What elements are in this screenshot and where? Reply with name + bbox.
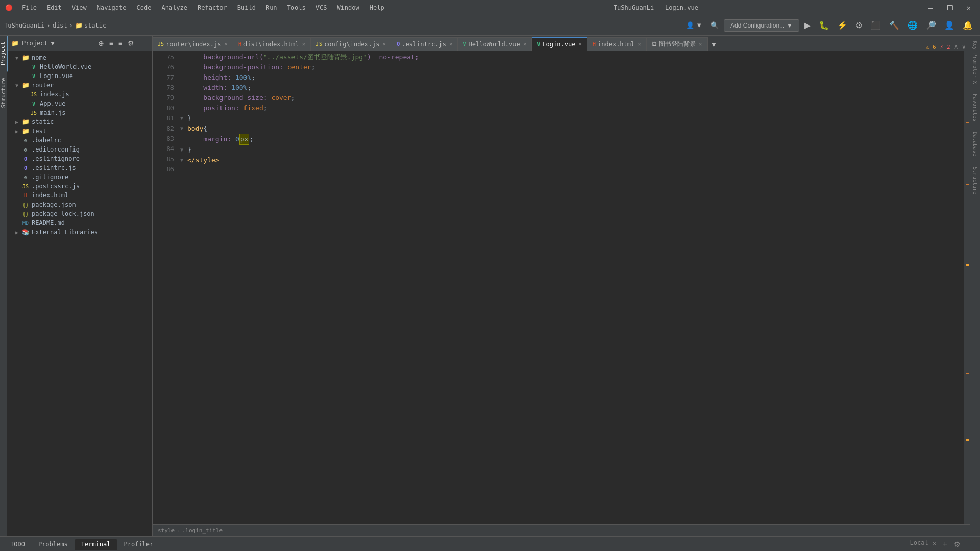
list-item[interactable]: {} package.json xyxy=(7,200,152,209)
menu-view[interactable]: View xyxy=(69,3,90,12)
project-label: Project xyxy=(22,40,48,47)
list-item[interactable]: ⚙ .editorconfig xyxy=(7,145,152,154)
menu-analyze[interactable]: Analyze xyxy=(158,3,190,12)
tab-eslintrc[interactable]: O .eslintrc.js ✕ xyxy=(391,37,458,51)
profile-switcher-button[interactable]: 👤 ▼ xyxy=(683,19,705,31)
list-item[interactable]: JS main.js xyxy=(7,108,152,117)
minimize-button[interactable]: — xyxy=(924,3,937,13)
rs-tab-structure[interactable]: Structure xyxy=(971,162,979,199)
coverage-button[interactable]: ⚡ xyxy=(834,19,850,31)
breadcrumb-style[interactable]: style xyxy=(158,527,175,534)
sidebar-tab-project[interactable]: Project xyxy=(0,36,8,71)
tab-router-index[interactable]: JS router\index.js ✕ xyxy=(153,37,233,51)
breadcrumb-project[interactable]: TuShuGuanLi xyxy=(4,22,44,29)
menu-run[interactable]: Run xyxy=(263,3,280,12)
account-button[interactable]: 👤 xyxy=(941,19,958,31)
tab-close-icon[interactable]: ✕ xyxy=(224,41,228,47)
add-configuration-button[interactable]: Add Configuration... ▼ xyxy=(724,19,799,32)
search-everywhere-button[interactable]: 🔍 xyxy=(707,19,722,31)
maximize-button[interactable]: ⧠ xyxy=(942,3,958,13)
list-item[interactable]: O .eslintrc.js xyxy=(7,163,152,172)
sidebar-tab-structure[interactable]: Structure xyxy=(0,71,8,114)
list-item[interactable]: V App.vue xyxy=(7,99,152,108)
fold-icon[interactable]: ▼ xyxy=(180,123,186,134)
menu-edit[interactable]: Edit xyxy=(44,3,65,12)
tab-close-icon[interactable]: ✕ xyxy=(638,41,641,47)
list-item[interactable]: ⚙ .gitignore xyxy=(7,172,152,182)
tab-profiler[interactable]: Profiler xyxy=(118,539,160,550)
list-item[interactable]: JS .postcssrc.js xyxy=(7,182,152,191)
menu-build[interactable]: Build xyxy=(234,3,259,12)
tab-close-icon[interactable]: ✕ xyxy=(383,41,386,47)
list-item[interactable]: ▶ 📁 test xyxy=(7,127,152,136)
rs-tab-database[interactable]: Database xyxy=(971,127,979,161)
tab-dist-index[interactable]: H dist\index.html ✕ xyxy=(233,37,311,51)
tab-helloworld[interactable]: V HelloWorld.vue ✕ xyxy=(458,37,532,51)
menu-code[interactable]: Code xyxy=(134,3,155,12)
list-item[interactable]: V Login.vue xyxy=(7,71,152,81)
terminal-new-tab-button[interactable]: + xyxy=(940,539,950,549)
list-item[interactable]: ▶ 📁 static xyxy=(7,117,152,127)
terminal-minimize-button[interactable]: — xyxy=(965,539,976,549)
close-panel-button[interactable]: — xyxy=(138,39,148,48)
tab-close-icon[interactable]: ✕ xyxy=(699,41,702,47)
notification-button[interactable]: 🔔 xyxy=(960,19,976,31)
list-item[interactable]: ▼ 📁 nome xyxy=(7,53,152,62)
code-editor[interactable]: background-url("../assets/图书登陆背景.jpg") n… xyxy=(178,51,964,524)
editor-scrollbar[interactable] xyxy=(964,51,970,524)
settings-button[interactable]: ⚙ xyxy=(126,39,136,48)
tab-close-icon[interactable]: ✕ xyxy=(449,41,453,47)
terminal-settings-button[interactable]: ⚙ xyxy=(952,539,963,549)
list-item[interactable]: {} package-lock.json xyxy=(7,209,152,218)
locate-file-button[interactable]: ⊕ xyxy=(96,39,106,48)
tab-todo[interactable]: TODO xyxy=(4,539,31,550)
menu-help[interactable]: Help xyxy=(366,3,387,12)
tab-problems[interactable]: Problems xyxy=(32,539,74,550)
run-button[interactable]: ▶ xyxy=(801,19,814,31)
list-item[interactable]: V HelloWorld.vue xyxy=(7,62,152,71)
tab-close-icon[interactable]: ✕ xyxy=(523,41,527,47)
fold-icon[interactable]: ▼ xyxy=(180,113,186,123)
debug-button[interactable]: 🐛 xyxy=(816,19,832,31)
breadcrumb-dist[interactable]: dist xyxy=(53,22,67,29)
tab-book-bg[interactable]: 🖼 图书登陆背景 ✕ xyxy=(647,37,708,51)
rs-tab-key-promoter[interactable]: Key Promoter X xyxy=(971,36,979,89)
list-item[interactable]: H index.html xyxy=(7,191,152,200)
expand-tabs-icon[interactable]: ∧ xyxy=(954,43,958,51)
tab-login-vue[interactable]: V Login.vue ✕ xyxy=(532,37,587,51)
list-item[interactable]: ⚙ .babelrc xyxy=(7,136,152,145)
list-item[interactable]: MD README.md xyxy=(7,218,152,228)
expand-all-button[interactable]: ≡ xyxy=(117,39,124,48)
fold-icon[interactable]: ▼ xyxy=(180,155,186,165)
close-button[interactable]: ✕ xyxy=(963,3,975,13)
menu-vcs[interactable]: VCS xyxy=(313,3,330,12)
profile-button[interactable]: ⚙ xyxy=(852,19,866,31)
browser-button[interactable]: 🌐 xyxy=(904,19,921,31)
collapse-all-button[interactable]: ≡ xyxy=(108,39,115,48)
fold-icon[interactable]: ▼ xyxy=(180,145,186,155)
search-button[interactable]: 🔎 xyxy=(923,19,939,31)
project-dropdown-icon[interactable]: ▼ xyxy=(51,40,55,47)
list-item[interactable]: ▼ 📁 router xyxy=(7,81,152,90)
collapse-tabs-icon[interactable]: ∨ xyxy=(962,43,966,51)
menu-navigate[interactable]: Navigate xyxy=(94,3,130,12)
rs-tab-favorites[interactable]: Favorites xyxy=(971,89,979,127)
tab-terminal[interactable]: Terminal xyxy=(75,539,117,550)
list-item[interactable]: O .eslintignore xyxy=(7,154,152,163)
tab-overflow-button[interactable]: ▼ xyxy=(708,39,720,51)
list-item[interactable]: ▶ 📚 External Libraries xyxy=(7,228,152,237)
menu-refactor[interactable]: Refactor xyxy=(194,3,230,12)
tab-index-html[interactable]: H index.html ✕ xyxy=(587,37,647,51)
breadcrumb-login-title[interactable]: .login_title xyxy=(182,527,223,534)
list-item[interactable]: JS index.js xyxy=(7,90,152,99)
stop-button[interactable]: ⬛ xyxy=(868,19,884,31)
tab-close-icon[interactable]: ✕ xyxy=(302,41,305,47)
tab-close-icon[interactable]: ✕ xyxy=(578,41,582,47)
tab-config-index[interactable]: JS config\index.js ✕ xyxy=(311,37,391,51)
terminal-local-close-button[interactable]: ✕ xyxy=(930,539,938,549)
breadcrumb-static[interactable]: static xyxy=(84,22,106,29)
menu-file[interactable]: File xyxy=(19,3,40,12)
build-button[interactable]: 🔨 xyxy=(886,19,902,31)
menu-tools[interactable]: Tools xyxy=(284,3,309,12)
menu-window[interactable]: Window xyxy=(334,3,362,12)
